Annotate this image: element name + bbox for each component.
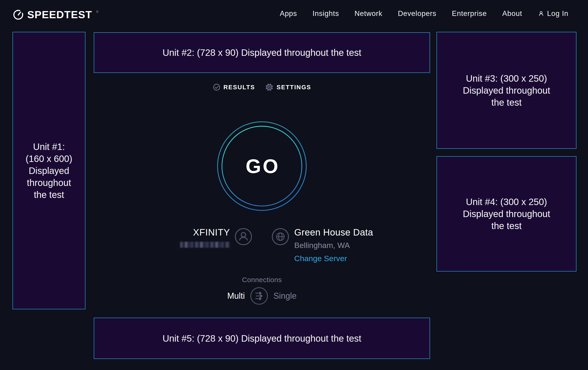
- user-icon: [538, 10, 545, 17]
- tabs-bar: RESULTS SETTINGS: [94, 83, 430, 91]
- login-label: Log In: [547, 10, 568, 18]
- ad-unit-2-leaderboard[interactable]: Unit #2: (728 x 90) Displayed throughout…: [94, 32, 430, 73]
- tab-results-label: RESULTS: [224, 84, 255, 91]
- nav-item-enterprise[interactable]: Enterprise: [452, 10, 487, 18]
- connections-title: Connections: [94, 276, 430, 284]
- speedtest-page: SPEEDTEST ® Apps Insights Network Develo…: [0, 0, 588, 370]
- nav-item-insights[interactable]: Insights: [313, 10, 339, 18]
- connections-toggle: Multi Single: [94, 287, 430, 305]
- masked-ip-address: [180, 242, 230, 248]
- nav-item-about[interactable]: About: [502, 10, 522, 18]
- user-circle-icon: [235, 228, 252, 245]
- tab-settings-label: SETTINGS: [276, 84, 311, 91]
- nav-item-apps[interactable]: Apps: [280, 10, 297, 18]
- server-info: Green House Data Bellingham, WA Change S…: [272, 227, 373, 262]
- ad-unit-4-text: Unit #4: (300 x 250) Displayed throughou…: [458, 196, 555, 232]
- ad-unit-1-text: Unit #1: (160 x 600) Displayed throughou…: [24, 141, 74, 201]
- server-location: Bellingham, WA: [294, 241, 373, 249]
- ad-unit-2-text: Unit #2: (728 x 90) Displayed throughout…: [163, 47, 361, 59]
- connections-multi-option[interactable]: Multi: [227, 291, 245, 301]
- logo-wordmark: SPEEDTEST: [27, 9, 92, 21]
- tab-settings[interactable]: SETTINGS: [265, 83, 311, 91]
- logo-trademark: ®: [96, 10, 98, 14]
- ad-unit-4-rectangle[interactable]: Unit #4: (300 x 250) Displayed throughou…: [437, 156, 577, 271]
- gear-icon: [265, 83, 273, 91]
- tab-results[interactable]: RESULTS: [213, 83, 255, 91]
- speedometer-gauge-icon: [13, 9, 24, 20]
- go-button[interactable]: GO: [217, 121, 307, 211]
- isp-column: XFINITY: [180, 227, 230, 248]
- nav-item-developers[interactable]: Developers: [398, 10, 437, 18]
- login-button[interactable]: Log In: [538, 10, 568, 18]
- ad-unit-5-leaderboard[interactable]: Unit #5: (728 x 90) Displayed throughout…: [94, 318, 430, 359]
- change-server-link[interactable]: Change Server: [294, 254, 373, 262]
- connections-single-option[interactable]: Single: [273, 291, 296, 301]
- server-column: Green House Data Bellingham, WA Change S…: [294, 227, 373, 262]
- isp-name[interactable]: XFINITY: [180, 227, 230, 237]
- multi-connection-icon[interactable]: [250, 287, 268, 305]
- top-nav: Apps Insights Network Developers Enterpr…: [280, 0, 568, 27]
- ad-unit-5-text: Unit #5: (728 x 90) Displayed throughout…: [163, 332, 361, 344]
- check-circle-icon: [213, 83, 220, 91]
- ad-unit-3-rectangle[interactable]: Unit #3: (300 x 250) Displayed throughou…: [437, 32, 577, 149]
- speedtest-logo[interactable]: SPEEDTEST ®: [13, 9, 98, 21]
- globe-icon: [272, 228, 289, 245]
- ad-unit-1-skyscraper[interactable]: Unit #1: (160 x 600) Displayed throughou…: [12, 32, 85, 309]
- ad-unit-3-text: Unit #3: (300 x 250) Displayed throughou…: [458, 72, 555, 109]
- server-name: Green House Data: [294, 227, 373, 237]
- go-button-label: GO: [217, 121, 307, 211]
- isp-info: XFINITY: [94, 227, 252, 248]
- nav-item-network[interactable]: Network: [355, 10, 382, 18]
